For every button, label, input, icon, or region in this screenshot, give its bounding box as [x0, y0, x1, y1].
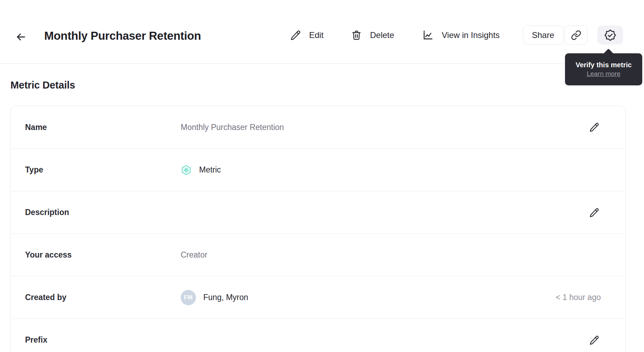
tooltip-title: Verify this metric: [575, 61, 631, 69]
verified-badge-icon: [604, 29, 616, 41]
view-in-insights-button[interactable]: View in Insights: [422, 27, 500, 44]
type-label: Metric: [199, 165, 221, 175]
row-label: Description: [25, 208, 181, 217]
table-row-name: Name Monthly Purchaser Retention: [11, 106, 625, 148]
delete-button[interactable]: Delete: [351, 27, 394, 44]
table-row-created-by: Created by FM Fung, Myron < 1 hour ago: [11, 276, 625, 319]
row-label: Prefix: [25, 335, 181, 345]
share-label: Share: [532, 30, 554, 40]
name-value: Monthly Purchaser Retention: [181, 123, 588, 132]
delete-label: Delete: [370, 30, 394, 40]
edit-name-button[interactable]: [588, 121, 601, 134]
trash-icon: [351, 30, 362, 41]
table-row-description: Description: [11, 191, 625, 234]
pencil-icon: [589, 335, 599, 345]
arrow-left-icon: [15, 31, 27, 43]
line-chart-icon: [422, 29, 434, 41]
metric-details-card: Name Monthly Purchaser Retention Type: [10, 106, 626, 352]
created-by-value: FM Fung, Myron: [181, 290, 556, 305]
type-value: Metric: [181, 164, 601, 176]
table-row-your-access: Your access Creator: [11, 234, 625, 276]
link-icon: [571, 30, 581, 40]
created-time: < 1 hour ago: [556, 293, 601, 302]
edit-description-button[interactable]: [588, 206, 601, 219]
your-access-value: Creator: [181, 250, 601, 260]
row-label: Created by: [25, 293, 181, 302]
page-title: Monthly Purchaser Retention: [44, 29, 201, 43]
back-button[interactable]: [13, 31, 29, 43]
copy-link-button[interactable]: [564, 25, 588, 45]
section-title: Metric Details: [10, 79, 75, 91]
share-button[interactable]: Share: [523, 25, 563, 45]
pencil-icon: [589, 207, 599, 218]
view-in-insights-label: View in Insights: [442, 30, 500, 40]
pencil-icon: [589, 122, 599, 132]
row-label: Your access: [25, 250, 181, 260]
metric-hexagon-icon: [181, 164, 192, 176]
verify-tooltip: Verify this metric Learn more: [565, 53, 642, 85]
edit-prefix-button[interactable]: [588, 334, 601, 347]
pencil-icon: [290, 30, 301, 41]
avatar: FM: [181, 290, 196, 305]
row-label: Name: [25, 123, 181, 132]
edit-button[interactable]: Edit: [290, 27, 323, 44]
learn-more-link[interactable]: Learn more: [587, 70, 620, 78]
table-row-type: Type Metric: [11, 148, 625, 191]
page-header: Monthly Purchaser Retention Edit Delete: [0, 0, 644, 64]
row-label: Type: [25, 165, 181, 175]
table-row-prefix: Prefix: [11, 319, 625, 352]
edit-label: Edit: [309, 30, 323, 40]
created-by-name: Fung, Myron: [203, 293, 248, 302]
verify-metric-button[interactable]: [597, 25, 623, 45]
